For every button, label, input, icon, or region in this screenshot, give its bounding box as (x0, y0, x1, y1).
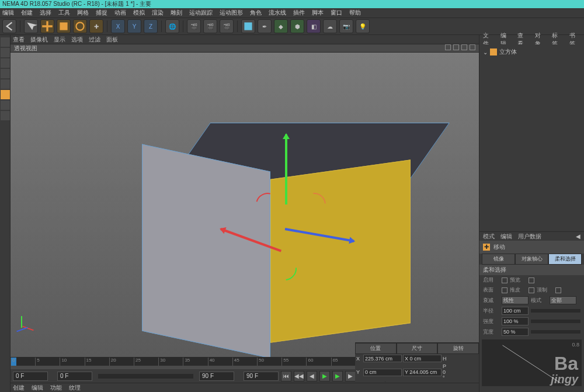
menu-item[interactable]: 脚本 (312, 9, 324, 17)
goto-start-button[interactable]: ⏮ (281, 371, 291, 381)
prev-key-button[interactable]: ◀◀ (294, 371, 304, 381)
view-rotate-icon[interactable] (461, 44, 467, 50)
next-frame-button[interactable]: ▶ (345, 371, 356, 381)
view-zoom-icon[interactable] (453, 44, 459, 50)
camera-button[interactable]: 📷 (339, 19, 353, 33)
menu-item[interactable]: 渲染 (152, 9, 164, 17)
menu-item[interactable]: 流水线 (269, 9, 286, 17)
range-current-field[interactable] (57, 372, 92, 381)
last-tool[interactable]: ✚ (89, 19, 103, 33)
radius-field[interactable] (502, 307, 529, 315)
gizmo-y-axis[interactable] (285, 134, 287, 204)
play-forward-button[interactable]: ▶ (332, 371, 343, 381)
attr-menu-item[interactable]: 用户数据 (518, 233, 541, 241)
menu-item[interactable]: 模拟 (133, 9, 145, 17)
menu-item[interactable]: 创建 (21, 9, 33, 17)
view-menu-item[interactable]: 显示 (54, 36, 65, 44)
point-mode[interactable] (1, 69, 10, 78)
object-mode[interactable] (1, 48, 10, 57)
menu-item[interactable]: 网格 (77, 9, 89, 17)
primitive-cube-button[interactable] (241, 19, 255, 33)
coord-tab-rotation[interactable]: 旋转 (437, 343, 479, 354)
polygon-mode[interactable] (1, 90, 10, 99)
axis-mode[interactable] (1, 100, 10, 110)
cube-selected-face[interactable] (270, 159, 411, 343)
y-position-field[interactable] (363, 369, 402, 376)
x-position-field[interactable] (363, 355, 402, 362)
environment-button[interactable]: ☁ (323, 19, 337, 33)
subtab-mirror[interactable]: 镜像 (482, 254, 515, 265)
nurbs-button[interactable]: ◆ (274, 19, 288, 33)
generator-button[interactable]: ⬢ (290, 19, 304, 33)
menu-item[interactable]: 运动跟踪 (189, 9, 213, 17)
cube-side-face[interactable] (142, 144, 270, 357)
object-name[interactable]: 立方体 (499, 48, 517, 56)
deformer-button[interactable]: ◧ (307, 19, 321, 33)
menu-item[interactable]: 动画 (114, 9, 126, 17)
attr-menu-item[interactable]: 编辑 (500, 233, 512, 241)
view-pan-icon[interactable] (445, 44, 451, 50)
viewport-perspective[interactable]: 网格间距 : 100 cm (11, 53, 479, 357)
rotate-tool[interactable] (73, 19, 87, 33)
menu-item[interactable]: 选择 (40, 9, 51, 17)
surface-checkbox[interactable] (502, 287, 507, 293)
menu-item[interactable]: 编辑 (2, 9, 14, 17)
spline-pen-button[interactable]: ✒ (258, 19, 272, 33)
view-menu-item[interactable]: 摄像机 (30, 36, 48, 44)
edge-mode[interactable] (1, 79, 10, 89)
mat-menu-item[interactable]: 创建 (13, 384, 25, 392)
menu-item[interactable]: 帮助 (349, 9, 361, 17)
move-tool[interactable] (40, 19, 54, 33)
workplane-mode[interactable] (1, 111, 10, 120)
texture-mode[interactable] (1, 58, 10, 68)
width-field[interactable] (502, 328, 529, 336)
menu-item[interactable]: 插件 (293, 9, 305, 17)
strength-slider[interactable] (531, 320, 580, 323)
edge-checkbox[interactable] (529, 287, 534, 293)
object-manager[interactable]: ⌄ 立方体 (479, 44, 584, 231)
menu-item[interactable]: 运动图形 (220, 9, 243, 17)
reset-checkbox[interactable] (555, 287, 561, 293)
menu-item[interactable]: 雕刻 (171, 9, 182, 17)
x-axis-toggle[interactable]: X (111, 19, 125, 33)
model-mode[interactable] (1, 37, 10, 47)
render-settings-button[interactable]: 🎬 (220, 19, 234, 33)
coord-tab-size[interactable]: 尺寸 (397, 343, 438, 354)
enable-checkbox[interactable] (502, 277, 507, 283)
view-menu-item[interactable]: 面板 (106, 36, 118, 44)
prev-frame-button[interactable]: ◀ (307, 371, 317, 381)
range-slider[interactable] (98, 374, 193, 379)
radius-slider[interactable] (531, 309, 580, 313)
menu-item[interactable]: 捕捉 (96, 9, 107, 17)
coord-tab-position[interactable]: 位置 (355, 343, 397, 354)
undo-button[interactable] (2, 19, 16, 33)
view-maximize-icon[interactable] (470, 44, 475, 50)
view-menu-item[interactable]: 选项 (71, 36, 83, 44)
object-item-cube[interactable]: ⌄ 立方体 (482, 47, 582, 57)
preview-checkbox[interactable] (529, 277, 534, 283)
play-back-button[interactable]: ▶ (319, 371, 330, 381)
range-end-field[interactable] (199, 372, 234, 381)
coord-system-button[interactable]: 🌐 (165, 19, 179, 33)
x-size-field[interactable] (403, 355, 442, 362)
render-view-button[interactable]: 🎬 (187, 19, 201, 33)
z-axis-toggle[interactable]: Z (144, 19, 158, 33)
falloff-dropdown[interactable]: 线性 (502, 296, 529, 304)
subtab-axis[interactable]: 对象轴心 (515, 254, 548, 265)
attr-menu-item[interactable]: 模式 (483, 233, 495, 241)
attr-nav-icon[interactable]: ◀ (576, 233, 580, 240)
view-menu-item[interactable]: 查看 (13, 36, 25, 44)
y-axis-toggle[interactable]: Y (127, 19, 141, 33)
mat-menu-item[interactable]: 纹理 (69, 384, 81, 392)
width-slider[interactable] (531, 330, 580, 334)
render-region-button[interactable]: 🎬 (203, 19, 217, 33)
range-start-field[interactable] (13, 372, 48, 381)
strength-field[interactable] (502, 317, 529, 325)
mat-menu-item[interactable]: 编辑 (32, 384, 43, 392)
mode-dropdown[interactable]: 全部 (550, 296, 576, 304)
range-max-field[interactable] (244, 372, 279, 381)
subtab-softselect[interactable]: 柔和选择 (548, 254, 582, 265)
menu-item[interactable]: 工具 (58, 9, 70, 17)
view-menu-item[interactable]: 过滤 (89, 36, 100, 44)
light-button[interactable]: 💡 (356, 19, 370, 33)
